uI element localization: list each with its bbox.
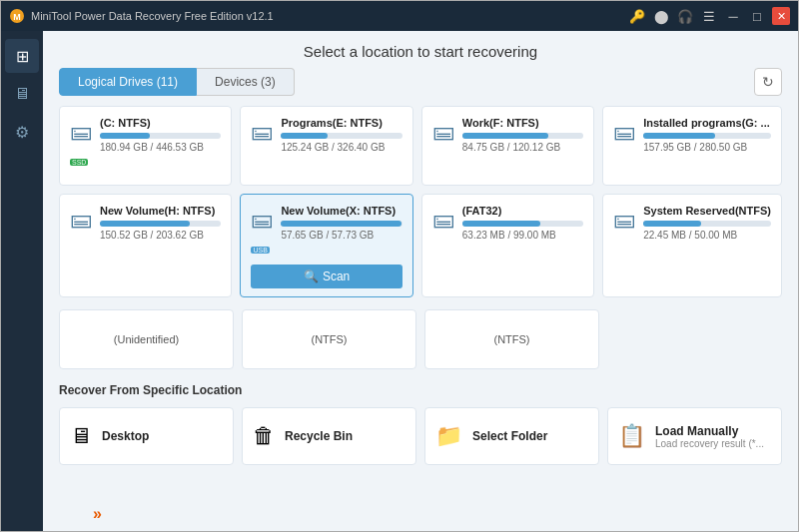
drive-card-unidentified[interactable]: (Unidentified) — [59, 309, 234, 369]
drive-info-x: New Volume(X: NTFS) 57.65 GB / 57.73 GB — [281, 205, 401, 241]
scan-label: Scan — [323, 269, 350, 283]
drive-info-g: Installed programs(G: ... 157.95 GB / 28… — [643, 117, 771, 153]
sidebar-btn-home[interactable]: ⊞ — [5, 39, 39, 73]
drive-bar-fill-sysres — [643, 221, 701, 227]
menu-icon[interactable]: ☰ — [700, 7, 718, 25]
drive-icon-h: 🖴 — [70, 207, 92, 233]
location-text-desktop: Desktop — [102, 429, 149, 443]
drive-bar-fill-g — [643, 133, 715, 139]
drive-bar-bg-sysres — [643, 221, 771, 227]
main-content: Select a location to start recovering Lo… — [43, 31, 798, 532]
close-icon[interactable]: ✕ — [772, 7, 790, 25]
tabs-area: Logical Drives (11) Devices (3) ↻ — [43, 68, 798, 96]
desktop-icon: 🖥 — [70, 423, 92, 449]
drive-size-x: 57.65 GB / 57.73 GB — [281, 230, 401, 241]
headphones-icon[interactable]: 🎧 — [676, 7, 694, 25]
drive-info-c: (C: NTFS) 180.94 GB / 446.53 GB — [100, 117, 221, 153]
drive-icon-e: 🖴 — [251, 119, 273, 145]
sidebar-btn-settings[interactable]: ⚙ — [5, 115, 39, 149]
drive-bar-bg-fat32 — [462, 221, 583, 227]
drive-icon-fat32: 🖴 — [432, 207, 454, 233]
drive-bar-bg-f — [462, 133, 583, 139]
location-name-desktop: Desktop — [102, 429, 149, 443]
drive-size-e: 125.24 GB / 326.40 GB — [281, 142, 401, 153]
drive-card-f[interactable]: 🖴 Work(F: NTFS) 84.75 GB / 120.12 GB — [421, 106, 594, 186]
drive-info-fat32: (FAT32) 63.23 MB / 99.00 MB — [462, 205, 583, 241]
plain-drives-row: (Unidentified) (NTFS) (NTFS) — [59, 309, 782, 369]
tab-group: Logical Drives (11) Devices (3) — [59, 68, 754, 96]
drive-bar-fill-c — [100, 133, 150, 139]
page-title: Select a location to start recovering — [43, 31, 798, 68]
load-manually-icon: 📋 — [618, 423, 645, 449]
drive-card-x[interactable]: 🖴 USB New Volume(X: NTFS) 57.65 GB / 57.… — [240, 194, 412, 297]
circle-icon[interactable]: ⬤ — [652, 7, 670, 25]
drive-card-ntfs-1[interactable]: (NTFS) — [242, 309, 416, 369]
drive-icon-x: 🖴 USB — [251, 207, 273, 259]
location-sub-load: Load recovery result (*... — [655, 438, 764, 449]
tab-devices[interactable]: Devices (3) — [197, 68, 295, 96]
tab-logical-drives[interactable]: Logical Drives (11) — [59, 68, 197, 96]
drive-card-ntfs-2[interactable]: (NTFS) — [424, 309, 599, 369]
maximize-icon[interactable]: □ — [748, 7, 766, 25]
refresh-button[interactable]: ↻ — [754, 68, 782, 96]
titlebar-controls: 🔑 ⬤ 🎧 ☰ ─ □ ✕ — [628, 7, 790, 25]
drive-card-g[interactable]: 🖴 Installed programs(G: ... 157.95 GB / … — [602, 106, 782, 186]
drive-bar-bg-x — [281, 221, 401, 227]
specific-location-title: Recover From Specific Location — [59, 383, 782, 397]
drive-name-fat32: (FAT32) — [462, 205, 583, 217]
location-text-load: Load Manually Load recovery result (*... — [655, 424, 764, 449]
drive-size-h: 150.52 GB / 203.62 GB — [100, 230, 221, 241]
drive-bar-fill-x — [281, 221, 400, 227]
drive-card-e[interactable]: 🖴 Programs(E: NTFS) 125.24 GB / 326.40 G… — [240, 106, 412, 186]
drive-bar-bg-e — [281, 133, 401, 139]
minimize-icon[interactable]: ─ — [724, 7, 742, 25]
drive-bar-bg-h — [100, 221, 221, 227]
drive-name-e: Programs(E: NTFS) — [281, 117, 401, 129]
app-logo: M — [9, 8, 25, 24]
drive-bar-fill-fat32 — [462, 221, 540, 227]
drive-name-c: (C: NTFS) — [100, 117, 221, 129]
location-select-folder[interactable]: 📁 Select Folder — [424, 407, 599, 465]
drive-info-h: New Volume(H: NTFS) 150.52 GB / 203.62 G… — [100, 205, 221, 241]
scroll-area[interactable]: 🖴 SSD (C: NTFS) 180.94 GB / 446.53 GB — [43, 106, 798, 505]
location-name-load: Load Manually — [655, 424, 764, 438]
drive-bar-fill-h — [100, 221, 190, 227]
location-load-manually[interactable]: 📋 Load Manually Load recovery result (*.… — [607, 407, 782, 465]
drive-name-f: Work(F: NTFS) — [462, 117, 583, 129]
sidebar: ⊞ 🖥 ⚙ — [1, 31, 43, 532]
drive-name-x: New Volume(X: NTFS) — [281, 205, 401, 217]
drive-bar-fill-e — [281, 133, 327, 139]
drive-size-sysres: 22.45 MB / 50.00 MB — [643, 230, 771, 241]
drive-icon-g: 🖴 — [613, 119, 635, 145]
drive-icon-f: 🖴 — [432, 119, 454, 145]
app-body: ⊞ 🖥 ⚙ Select a location to start recover… — [1, 31, 798, 532]
bottom-bar: » — [43, 505, 798, 532]
drive-card-fat32[interactable]: 🖴 (FAT32) 63.23 MB / 99.00 MB — [421, 194, 594, 297]
drive-card-h[interactable]: 🖴 New Volume(H: NTFS) 150.52 GB / 203.62… — [59, 194, 232, 297]
scan-button[interactable]: 🔍 Scan — [251, 265, 401, 288]
drive-icon-c: 🖴 SSD — [70, 119, 92, 171]
location-text-folder: Select Folder — [472, 429, 547, 443]
drive-size-f: 84.75 GB / 120.12 GB — [462, 142, 583, 153]
drive-info-e: Programs(E: NTFS) 125.24 GB / 326.40 GB — [281, 117, 401, 153]
drive-size-g: 157.95 GB / 280.50 GB — [643, 142, 771, 153]
titlebar: M MiniTool Power Data Recovery Free Edit… — [1, 1, 798, 31]
drive-icon-sysres: 🖴 — [613, 207, 635, 233]
scan-icon: 🔍 — [304, 269, 319, 283]
drive-card-sysres[interactable]: 🖴 System Reserved(NTFS) 22.45 MB / 50.00… — [602, 194, 782, 297]
location-grid: 🖥 Desktop 🗑 Recycle Bin 📁 — [59, 407, 782, 465]
key-icon[interactable]: 🔑 — [628, 7, 646, 25]
location-recycle-bin[interactable]: 🗑 Recycle Bin — [242, 407, 416, 465]
location-name-folder: Select Folder — [472, 429, 547, 443]
location-name-recyclebin: Recycle Bin — [285, 429, 353, 443]
drive-bar-bg-c — [100, 133, 221, 139]
drive-info-f: Work(F: NTFS) 84.75 GB / 120.12 GB — [462, 117, 583, 153]
expand-arrow[interactable]: » — [93, 505, 102, 523]
location-desktop[interactable]: 🖥 Desktop — [59, 407, 234, 465]
drive-card-c[interactable]: 🖴 SSD (C: NTFS) 180.94 GB / 446.53 GB — [59, 106, 232, 186]
recycle-bin-icon: 🗑 — [253, 423, 275, 449]
drive-bar-fill-f — [462, 133, 548, 139]
titlebar-title: MiniTool Power Data Recovery Free Editio… — [31, 10, 628, 22]
sidebar-btn-scan[interactable]: 🖥 — [5, 77, 39, 111]
drive-size-c: 180.94 GB / 446.53 GB — [100, 142, 221, 153]
